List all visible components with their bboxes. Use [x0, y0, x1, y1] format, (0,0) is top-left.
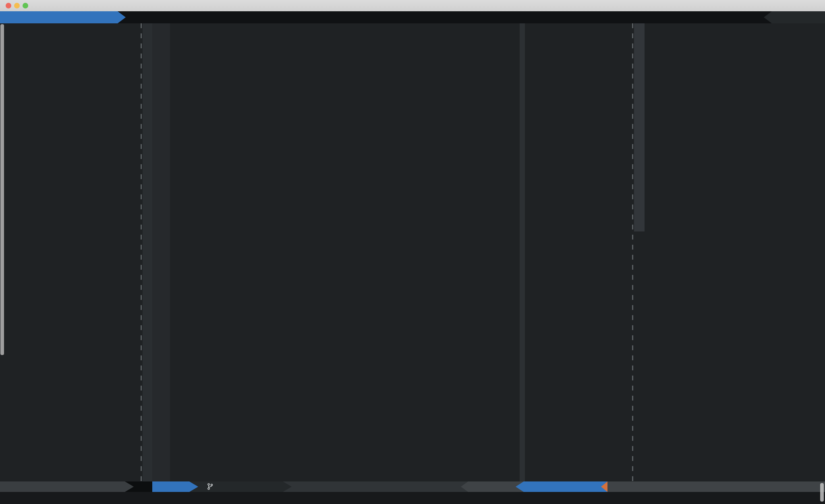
nerdtree-panel[interactable] [0, 23, 140, 481]
powerline-arrow-icon [189, 481, 198, 492]
filetype-segment [375, 481, 461, 492]
statusline [0, 481, 825, 492]
encoding-segment [468, 481, 516, 492]
tagbar-panel[interactable] [634, 23, 825, 481]
window-separator[interactable] [141, 23, 142, 481]
macvim-window [0, 0, 825, 504]
nerdtree-scrollbar[interactable] [0, 24, 4, 355]
mode-indicator [152, 481, 189, 492]
tab-active[interactable] [0, 11, 118, 23]
powerline-arrow-icon [283, 481, 292, 492]
close-traffic-light[interactable] [6, 3, 11, 8]
buffers-label[interactable] [772, 11, 825, 23]
color-column [520, 23, 525, 481]
sign-column [143, 23, 152, 481]
orange-left-arrow-icon [601, 481, 607, 492]
minimize-traffic-light[interactable] [14, 3, 20, 8]
tagbar-status-segment [607, 481, 825, 492]
position-segment [524, 481, 601, 492]
powerline-left-arrow-icon [516, 481, 524, 492]
zoom-traffic-light[interactable] [23, 3, 28, 8]
powerline-arrow-icon [125, 481, 134, 492]
git-status-segment [198, 481, 283, 492]
editor-workspace [0, 23, 825, 481]
vim-tabline [0, 11, 825, 23]
tagbar-gutter [634, 23, 645, 231]
nerdtree-status-segment [0, 481, 125, 492]
line-number-column [152, 23, 170, 481]
menu-bar [0, 0, 825, 12]
git-branch-icon [207, 483, 213, 490]
macos-overlay-scrollbar[interactable] [820, 483, 824, 502]
powerline-left-arrow-icon [461, 481, 468, 492]
window-separator[interactable] [632, 23, 633, 481]
code-editor[interactable] [143, 23, 631, 481]
powerline-arrow-icon [118, 11, 126, 23]
powerline-left-arrow-icon [764, 11, 772, 23]
command-line[interactable] [0, 492, 825, 504]
